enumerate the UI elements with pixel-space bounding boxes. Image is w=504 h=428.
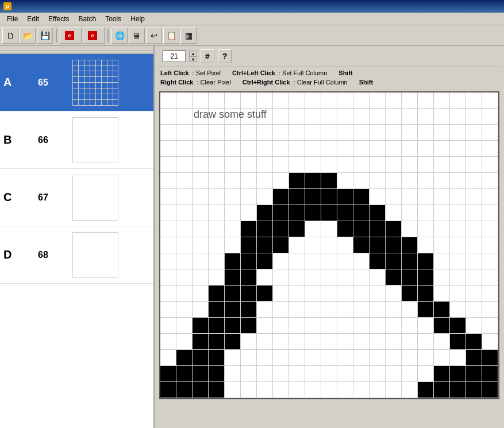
grid-cell-16-15[interactable] bbox=[418, 334, 434, 350]
web-button[interactable]: 🌐 bbox=[111, 28, 128, 44]
grid-cell-17-1[interactable] bbox=[434, 109, 450, 125]
grid-cell-9-1[interactable] bbox=[305, 109, 321, 125]
grid-cell-18-5[interactable] bbox=[450, 173, 466, 189]
grid-cell-7-8[interactable] bbox=[273, 221, 289, 237]
grid-cell-8-2[interactable] bbox=[289, 125, 305, 141]
grid-cell-16-5[interactable] bbox=[418, 173, 434, 189]
grid-cell-18-12[interactable] bbox=[450, 286, 466, 302]
grid-cell-9-6[interactable] bbox=[305, 189, 321, 205]
grid-cell-0-2[interactable] bbox=[160, 125, 176, 141]
grid-cell-4-7[interactable] bbox=[225, 205, 241, 221]
grid-cell-19-2[interactable] bbox=[466, 125, 482, 141]
grid-cell-16-13[interactable] bbox=[418, 302, 434, 318]
grid-cell-19-6[interactable] bbox=[466, 189, 482, 205]
grid-cell-5-13[interactable] bbox=[241, 302, 257, 318]
grid-cell-20-6[interactable] bbox=[482, 189, 498, 205]
grid-cell-6-2[interactable] bbox=[257, 125, 273, 141]
grid-hash-button[interactable]: # bbox=[201, 49, 214, 63]
grid-cell-2-10[interactable] bbox=[193, 253, 209, 269]
grid-cell-14-1[interactable] bbox=[386, 109, 402, 125]
grid-cell-2-17[interactable] bbox=[193, 366, 209, 382]
grid-cell-4-2[interactable] bbox=[225, 125, 241, 141]
grid-cell-10-16[interactable] bbox=[321, 350, 337, 366]
grid-cell-19-11[interactable] bbox=[466, 269, 482, 286]
grid-cell-8-11[interactable] bbox=[289, 269, 305, 286]
spin-up[interactable]: ▲ bbox=[189, 51, 197, 56]
grid-cell-14-14[interactable] bbox=[386, 318, 402, 334]
grid-cell-10-3[interactable] bbox=[321, 141, 337, 157]
grid-cell-4-9[interactable] bbox=[225, 237, 241, 253]
grid-size-spinner[interactable]: ▲ ▼ bbox=[189, 51, 197, 62]
grid-cell-18-7[interactable] bbox=[450, 205, 466, 221]
grid-cell-17-5[interactable] bbox=[434, 173, 450, 189]
grid-cell-13-7[interactable] bbox=[370, 205, 386, 221]
grid-cell-17-9[interactable] bbox=[434, 237, 450, 253]
grid-cell-8-18[interactable] bbox=[289, 382, 305, 398]
grid-cell-11-2[interactable] bbox=[337, 125, 353, 141]
grid-cell-7-17[interactable] bbox=[273, 366, 289, 382]
grid-cell-20-17[interactable] bbox=[482, 366, 498, 382]
grid-cell-6-13[interactable] bbox=[257, 302, 273, 318]
grid-cell-11-0[interactable] bbox=[337, 92, 353, 109]
grid-cell-20-3[interactable] bbox=[482, 141, 498, 157]
grid-cell-9-10[interactable] bbox=[305, 253, 321, 269]
grid-cell-18-11[interactable] bbox=[450, 269, 466, 286]
grid-cell-8-4[interactable] bbox=[289, 157, 305, 173]
grid-cell-0-8[interactable] bbox=[160, 221, 176, 237]
grid-cell-19-14[interactable] bbox=[466, 318, 482, 334]
grid-cell-14-9[interactable] bbox=[386, 237, 402, 253]
grid-cell-5-1[interactable] bbox=[241, 109, 257, 125]
grid-cell-19-0[interactable] bbox=[466, 92, 482, 109]
grid-cell-12-16[interactable] bbox=[353, 350, 370, 366]
grid-cell-11-10[interactable] bbox=[337, 253, 353, 269]
grid-cell-12-12[interactable] bbox=[353, 286, 370, 302]
grid-cell-0-18[interactable] bbox=[160, 382, 176, 398]
grid-cell-5-11[interactable] bbox=[241, 269, 257, 286]
grid-cell-16-10[interactable] bbox=[418, 253, 434, 269]
grid-cell-4-12[interactable] bbox=[225, 286, 241, 302]
grid-cell-14-7[interactable] bbox=[386, 205, 402, 221]
grid-cell-10-7[interactable] bbox=[321, 205, 337, 221]
grid-cell-2-11[interactable] bbox=[193, 269, 209, 286]
grid-cell-1-2[interactable] bbox=[176, 125, 193, 141]
char-row-C[interactable]: C67 bbox=[0, 169, 153, 226]
grid-cell-3-16[interactable] bbox=[209, 350, 225, 366]
grid-cell-4-3[interactable] bbox=[225, 141, 241, 157]
grid-cell-11-6[interactable] bbox=[337, 189, 353, 205]
grid-cell-0-9[interactable] bbox=[160, 237, 176, 253]
grid-cell-10-15[interactable] bbox=[321, 334, 337, 350]
grid-cell-19-7[interactable] bbox=[466, 205, 482, 221]
grid-cell-11-13[interactable] bbox=[337, 302, 353, 318]
grid-cell-1-6[interactable] bbox=[176, 189, 193, 205]
grid-cell-10-8[interactable] bbox=[321, 221, 337, 237]
grid-cell-15-12[interactable] bbox=[402, 286, 418, 302]
grid-size-input[interactable] bbox=[163, 51, 186, 62]
menu-item-tools[interactable]: Tools bbox=[101, 14, 126, 24]
grid-cell-3-4[interactable] bbox=[209, 157, 225, 173]
grid-cell-11-7[interactable] bbox=[337, 205, 353, 221]
grid-cell-9-2[interactable] bbox=[305, 125, 321, 141]
grid-cell-12-11[interactable] bbox=[353, 269, 370, 286]
grid-cell-5-18[interactable] bbox=[241, 382, 257, 398]
grid-cell-11-16[interactable] bbox=[337, 350, 353, 366]
grid-cell-13-3[interactable] bbox=[370, 141, 386, 157]
grid-cell-3-18[interactable] bbox=[209, 382, 225, 398]
grid-cell-5-0[interactable] bbox=[241, 92, 257, 109]
grid-cell-14-4[interactable] bbox=[386, 157, 402, 173]
grid-cell-4-15[interactable] bbox=[225, 334, 241, 350]
grid-cell-1-15[interactable] bbox=[176, 334, 193, 350]
grid-cell-20-7[interactable] bbox=[482, 205, 498, 221]
grid-cell-16-8[interactable] bbox=[418, 221, 434, 237]
grid-cell-0-11[interactable] bbox=[160, 269, 176, 286]
grid-cell-13-12[interactable] bbox=[370, 286, 386, 302]
grid-cell-4-18[interactable] bbox=[225, 382, 241, 398]
grid-cell-10-9[interactable] bbox=[321, 237, 337, 253]
grid-cell-17-16[interactable] bbox=[434, 350, 450, 366]
grid-cell-14-8[interactable] bbox=[386, 221, 402, 237]
menu-item-file[interactable]: File bbox=[2, 14, 22, 24]
grid-cell-6-1[interactable] bbox=[257, 109, 273, 125]
grid-cell-8-17[interactable] bbox=[289, 366, 305, 382]
grid-cell-3-3[interactable] bbox=[209, 141, 225, 157]
grid-cell-1-17[interactable] bbox=[176, 366, 193, 382]
grid-cell-9-4[interactable] bbox=[305, 157, 321, 173]
